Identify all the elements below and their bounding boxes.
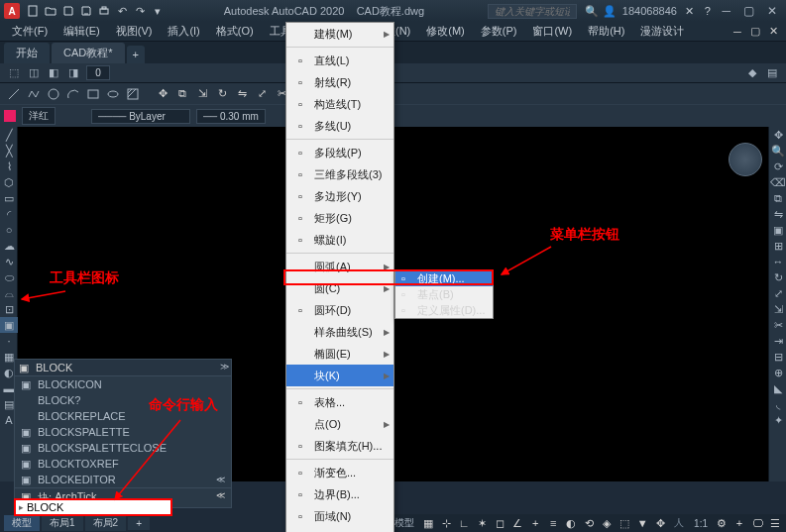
customize-icon[interactable]: ☰ xyxy=(768,516,782,530)
doc-max-icon[interactable]: ▢ xyxy=(746,25,764,38)
move-icon[interactable]: ↔ xyxy=(769,254,786,269)
cmd-suggestion[interactable]: BLOCK? xyxy=(15,392,231,408)
monitor-icon[interactable]: 🖵 xyxy=(750,516,764,530)
block-make-tool-icon[interactable]: ▣ xyxy=(0,317,18,333)
otrack-icon[interactable]: ∠ xyxy=(510,516,524,530)
move-icon[interactable]: ✥ xyxy=(154,85,171,103)
menu-item-W[interactable]: ▫区域覆盖(W) xyxy=(286,527,393,532)
gear-icon[interactable]: ⚙ xyxy=(715,516,729,530)
qat-print-icon[interactable] xyxy=(97,4,111,18)
nav-pan-icon[interactable]: ✥ xyxy=(769,127,786,143)
minimize-button[interactable]: ─ xyxy=(717,4,736,18)
menu-format[interactable]: 格式(O) xyxy=(208,22,262,41)
menu-item-G[interactable]: ▫矩形(G) xyxy=(286,207,393,229)
qat-save-icon[interactable] xyxy=(61,4,75,18)
help-search-input[interactable] xyxy=(488,4,577,19)
linetype-select[interactable]: ──── ByLayer xyxy=(91,109,190,124)
plus-icon[interactable]: + xyxy=(732,516,746,530)
3dosnap-icon[interactable]: ◈ xyxy=(600,516,614,530)
osnap-icon[interactable]: ◻ xyxy=(493,516,506,530)
menu-item-U[interactable]: ▫多线(U) xyxy=(286,115,393,137)
close-button[interactable]: ✕ xyxy=(762,4,782,18)
sb-model[interactable]: 模型 xyxy=(392,516,417,530)
sel-filter-icon[interactable]: ▼ xyxy=(635,516,649,530)
transparency-icon[interactable]: ◐ xyxy=(564,516,578,530)
qat-saveas-icon[interactable] xyxy=(79,4,93,18)
ellipse-tool-icon[interactable]: ⬭ xyxy=(0,269,18,285)
arc-icon[interactable] xyxy=(64,85,82,103)
copy-icon[interactable]: ⧉ xyxy=(769,190,786,206)
menu-item-T[interactable]: ▫构造线(T) xyxy=(286,93,393,115)
menu-insert[interactable]: 插入(I) xyxy=(160,22,207,41)
menu-item-[interactable]: ▫渐变色... xyxy=(286,462,393,483)
menu-parametric[interactable]: 参数(P) xyxy=(473,22,525,41)
menu-item-K[interactable]: 块(K)▶ xyxy=(286,365,393,386)
menu-item-C[interactable]: 圆(C)▶ xyxy=(286,277,393,299)
xline-tool-icon[interactable]: ╳ xyxy=(0,143,18,159)
pline-tool-icon[interactable]: ⌇ xyxy=(0,159,18,174)
chevron-left-icon[interactable]: ≪ xyxy=(216,490,225,505)
cmd-suggestion[interactable]: ▣BLOCKICON xyxy=(15,376,231,392)
cmd-suggestion[interactable]: BLOCKREPLACE xyxy=(15,408,231,424)
dyn-icon[interactable]: + xyxy=(528,516,542,530)
mirror-icon[interactable]: ⇋ xyxy=(233,85,251,103)
circle-tool-icon[interactable]: ○ xyxy=(0,222,18,238)
cmd-suggestion[interactable]: ▣BLOCKEDITOR≪ xyxy=(15,472,231,487)
cmd-suggestion[interactable]: ▣BLOCKSPALETTE xyxy=(15,424,231,440)
extend-icon[interactable]: ⇥ xyxy=(769,333,786,349)
stretch-icon[interactable]: ⇲ xyxy=(193,85,211,103)
line-tool-icon[interactable]: ╱ xyxy=(0,127,18,143)
maximize-button[interactable]: ▢ xyxy=(739,4,759,18)
offset-icon[interactable]: ▣ xyxy=(769,222,786,238)
erase-icon[interactable]: ⌫ xyxy=(769,174,786,190)
mirror-icon[interactable]: ⇋ xyxy=(769,206,786,222)
menu-item-A[interactable]: 圆弧(A)▶ xyxy=(286,256,393,277)
tool-icon[interactable]: ⬚ xyxy=(6,65,22,81)
search-icon[interactable]: 🔍 xyxy=(585,4,599,18)
polar-icon[interactable]: ✶ xyxy=(475,516,489,530)
tool-icon[interactable]: ▤ xyxy=(764,65,780,81)
menu-edit[interactable]: 编辑(E) xyxy=(56,22,108,41)
point-tool-icon[interactable]: · xyxy=(0,333,18,349)
circle-icon[interactable] xyxy=(45,85,62,103)
menu-item-3[interactable]: ▫三维多段线(3) xyxy=(286,163,393,185)
menu-express[interactable]: 漫游设计 xyxy=(632,22,692,41)
rotate-icon[interactable]: ↻ xyxy=(769,269,786,285)
stretch-icon[interactable]: ⇲ xyxy=(769,301,786,317)
polygon-tool-icon[interactable]: ⬡ xyxy=(0,174,18,190)
menu-item-[interactable]: ▫表格... xyxy=(286,391,393,413)
tab-layout1[interactable]: 布局1 xyxy=(42,515,83,531)
scale-icon[interactable]: ⤢ xyxy=(769,285,786,301)
help-icon[interactable]: ? xyxy=(701,4,715,18)
menu-item-D[interactable]: ▫圆环(D) xyxy=(286,299,393,321)
arc-tool-icon[interactable]: ◜ xyxy=(0,206,18,222)
rotate-icon[interactable]: ↻ xyxy=(213,85,231,103)
submenu-item-attdef[interactable]: ▫定义属性(D)... xyxy=(395,302,493,318)
submenu-item-block-make[interactable]: ▫创建(M)... xyxy=(395,270,493,286)
menu-item-S[interactable]: 样条曲线(S)▶ xyxy=(286,321,393,343)
hatch-icon[interactable] xyxy=(124,85,142,103)
lwt-icon[interactable]: ≡ xyxy=(546,516,560,530)
color-swatch-icon[interactable] xyxy=(4,110,16,122)
sb-scale[interactable]: 1:1 xyxy=(691,518,711,529)
pline-icon[interactable] xyxy=(25,85,43,103)
chevron-down-icon[interactable]: ▾ xyxy=(151,4,165,18)
menu-item-O[interactable]: 点(O)▶ xyxy=(286,413,393,435)
layer-zero[interactable]: 0 xyxy=(86,65,110,80)
menu-item-Y[interactable]: ▫多边形(Y) xyxy=(286,185,393,207)
cycling-icon[interactable]: ⟲ xyxy=(582,516,596,530)
menu-item-B[interactable]: ▫边界(B)... xyxy=(286,483,393,505)
qat-new-icon[interactable] xyxy=(26,4,40,18)
cmd-suggestion[interactable]: ▣BLOCKSPALETTECLOSE xyxy=(15,440,231,456)
cmd-suggestion[interactable]: ▣BLOCKTOXREF xyxy=(15,456,231,472)
join-icon[interactable]: ⊕ xyxy=(769,365,786,380)
qat-undo-icon[interactable]: ↶ xyxy=(115,4,129,18)
revcloud-tool-icon[interactable]: ☁ xyxy=(0,238,18,254)
tab-cad-tutorial[interactable]: CAD教程* xyxy=(52,43,125,63)
tool-icon[interactable]: ◧ xyxy=(46,65,61,81)
menu-item-E[interactable]: 椭圆(E)▶ xyxy=(286,343,393,365)
user-icon[interactable]: 👤 xyxy=(603,4,617,18)
menu-item-P[interactable]: ▫多段线(P) xyxy=(286,142,393,163)
break-icon[interactable]: ⊟ xyxy=(769,349,786,365)
tool-icon[interactable]: ◨ xyxy=(65,65,81,81)
